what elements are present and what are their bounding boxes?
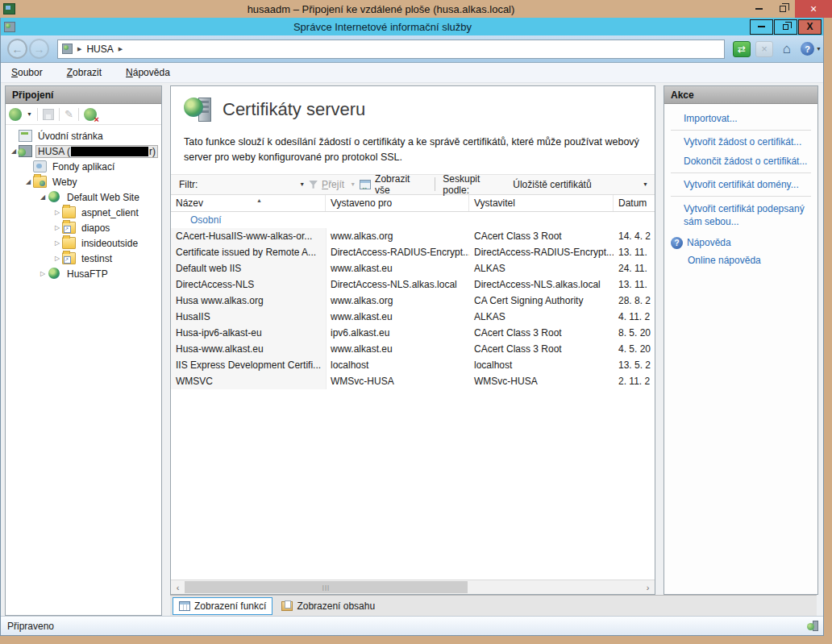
- start-page-icon: [19, 130, 32, 142]
- table-row[interactable]: HusaIIS www.alkast.eu ALKAS 4. 11. 2: [171, 309, 655, 325]
- cell-date: 4. 5. 20: [614, 343, 655, 355]
- horizontal-scrollbar[interactable]: ‹ ||| ›: [171, 580, 655, 594]
- refresh-icon[interactable]: ⇄: [733, 41, 751, 57]
- iis-minimize-button[interactable]: [750, 19, 773, 35]
- tree-item-default-web-site[interactable]: ◢ Default Web Site: [6, 189, 161, 205]
- cell-issued-to: www.alkast.eu: [326, 311, 469, 322]
- application-pools-icon: [33, 160, 47, 172]
- group-by-select[interactable]: Úložiště certifikátů ▼: [513, 179, 648, 190]
- action-create-domain-certificate[interactable]: Vytvořit certifikát domény...: [671, 175, 811, 194]
- cell-issued-to: www.alkast.eu: [326, 343, 469, 355]
- table-row[interactable]: Husa www.alkas.org www.alkas.org CA Cert…: [171, 293, 655, 309]
- tab-features-view[interactable]: Zobrazení funkcí: [173, 597, 272, 615]
- table-row[interactable]: Husa-www.alkast.eu www.alkast.eu CAcert …: [171, 341, 655, 357]
- tab-content-view[interactable]: Zobrazení obsahu: [276, 598, 381, 614]
- menu-soubor[interactable]: Soubor: [11, 67, 43, 78]
- table-row[interactable]: CAcert-HusaIIS-www-alkas-or... www.alkas…: [171, 228, 655, 244]
- action-online-help[interactable]: Online nápověda: [671, 251, 811, 270]
- workspace: Připojení ▼ ✎ Úvodní stránka ◢: [1, 83, 823, 616]
- column-header-name[interactable]: Název▲: [171, 195, 326, 211]
- rdp-restore-button[interactable]: [771, 0, 795, 18]
- collapse-icon[interactable]: ◢: [23, 178, 33, 185]
- tree-item-diapos[interactable]: ▷ diapos: [6, 220, 161, 235]
- cell-date: 4. 11. 2: [614, 311, 655, 322]
- tab-label: Zobrazení obsahu: [297, 600, 375, 612]
- action-create-certificate-request[interactable]: Vytvořit žádost o certifikát...: [671, 132, 811, 152]
- iis-restore-button[interactable]: [774, 19, 797, 35]
- remove-connection-icon[interactable]: [84, 108, 97, 121]
- group-by-dropdown-arrow-icon[interactable]: ▼: [643, 181, 648, 187]
- group-by-value: Úložiště certifikátů: [513, 179, 591, 190]
- cell-issued-to: DirectAccess-NLS.alkas.local: [326, 279, 469, 290]
- rdp-close-button[interactable]: ×: [795, 0, 832, 18]
- show-all-button[interactable]: Zobrazit vše: [375, 173, 427, 196]
- group-header-personal: Osobní: [171, 212, 655, 228]
- back-button[interactable]: ←: [7, 39, 27, 59]
- cell-issued-by: ALKAS: [469, 311, 614, 322]
- cell-name: Husa www.alkas.org: [171, 295, 326, 306]
- scroll-right-icon[interactable]: ›: [641, 580, 655, 594]
- filter-dropdown-arrow-icon[interactable]: ▼: [299, 181, 305, 187]
- tree-item-label: Fondy aplikací: [50, 160, 117, 173]
- home-icon[interactable]: ⌂: [778, 41, 796, 57]
- table-row[interactable]: DirectAccess-NLS DirectAccess-NLS.alkas.…: [171, 276, 655, 293]
- table-row[interactable]: Default web IIS www.alkast.eu ALKAS 24. …: [171, 260, 655, 276]
- tree-item-start-page[interactable]: Úvodní stránka: [6, 128, 161, 143]
- tree-item-insideoutside[interactable]: ▷ insideoutside: [6, 235, 161, 251]
- add-connection-dropdown-icon[interactable]: ▼: [27, 111, 32, 117]
- group-by-label: Seskupit podle:: [443, 173, 509, 196]
- scroll-left-icon[interactable]: ‹: [171, 580, 185, 594]
- expand-icon[interactable]: ▷: [38, 270, 48, 277]
- separator: [671, 172, 811, 173]
- table-row[interactable]: IIS Express Development Certifi... local…: [171, 357, 655, 373]
- column-header-date[interactable]: Datum: [614, 195, 655, 211]
- filter-input[interactable]: ▼: [202, 181, 305, 187]
- table-row[interactable]: WMSVC WMSvc-HUSA WMSvc-HUSA 2. 11. 2: [171, 373, 655, 389]
- cell-name: CAcert-HusaIIS-www-alkas-or...: [171, 231, 326, 242]
- table-row[interactable]: Certificate issued by Remote A... Direct…: [171, 244, 655, 260]
- action-create-self-signed-certificate[interactable]: Vytvořit certifikát podepsaný sám sebou.…: [671, 198, 811, 232]
- collapse-icon[interactable]: ◢: [38, 193, 48, 201]
- tree-item-husaftp[interactable]: ▷ HusaFTP: [6, 266, 161, 281]
- action-complete-certificate-request[interactable]: Dokončit žádost o certifikát...: [671, 152, 811, 171]
- expand-icon[interactable]: ▷: [52, 224, 62, 231]
- tree-item-application-pools[interactable]: Fondy aplikací: [6, 159, 161, 174]
- breadcrumb[interactable]: ▶ HUSA ▶: [57, 39, 725, 59]
- expand-icon[interactable]: ▷: [52, 239, 62, 247]
- iis-window-title: Správce Internetové informační služby: [15, 21, 750, 33]
- tree-item-label: HusaFTP: [64, 268, 110, 280]
- expand-icon[interactable]: ▷: [52, 209, 62, 216]
- cell-name: WMSVC: [171, 376, 326, 387]
- action-import[interactable]: Importovat...: [671, 109, 811, 128]
- breadcrumb-item-husa[interactable]: HUSA: [86, 44, 113, 55]
- cell-name: Husa-www.alkast.eu: [171, 343, 326, 355]
- cell-issued-by: CAcert Class 3 Root: [469, 343, 614, 355]
- scrollbar-thumb[interactable]: |||: [185, 581, 468, 593]
- rdp-minimize-button[interactable]: [747, 0, 771, 18]
- address-bar: ← → ▶ HUSA ▶ ⇄ × ⌂ ? ▼: [1, 35, 823, 63]
- sort-ascending-icon: ▲: [256, 197, 262, 203]
- scrollbar-track[interactable]: |||: [185, 580, 641, 594]
- go-button: Přejít: [322, 179, 344, 190]
- column-header-issued-by[interactable]: Vystavitel: [469, 195, 614, 211]
- tree-item-aspnet-client[interactable]: ▷ aspnet_client: [6, 205, 161, 220]
- cell-name: Default web IIS: [171, 263, 326, 274]
- tree-item-testinst[interactable]: ▷ testinst: [6, 251, 161, 266]
- cell-issued-by: localhost: [469, 359, 614, 371]
- forward-button[interactable]: →: [29, 39, 49, 59]
- help-dropdown-arrow-icon[interactable]: ▼: [816, 46, 822, 52]
- iis-close-button[interactable]: X: [798, 19, 822, 35]
- tree-item-label: insideoutside: [79, 237, 140, 250]
- help-icon[interactable]: ?: [801, 42, 814, 56]
- action-help[interactable]: Nápověda: [687, 236, 731, 248]
- tree-item-sites[interactable]: ◢ Weby: [6, 174, 161, 189]
- tree-item-husa-server[interactable]: ◢ HUSA (r): [6, 143, 161, 159]
- cell-name: DirectAccess-NLS: [171, 279, 326, 290]
- add-connection-icon[interactable]: [9, 108, 22, 121]
- table-row[interactable]: Husa-ipv6-alkast-eu ipv6.alkast.eu CAcer…: [171, 325, 655, 341]
- cell-issued-to: www.alkast.eu: [326, 263, 469, 274]
- menu-zobrazit[interactable]: Zobrazit: [67, 67, 102, 78]
- column-header-issued-to[interactable]: Vystaveno pro: [326, 195, 469, 211]
- menu-napoveda[interactable]: Nápověda: [126, 67, 170, 78]
- expand-icon[interactable]: ▷: [52, 255, 62, 262]
